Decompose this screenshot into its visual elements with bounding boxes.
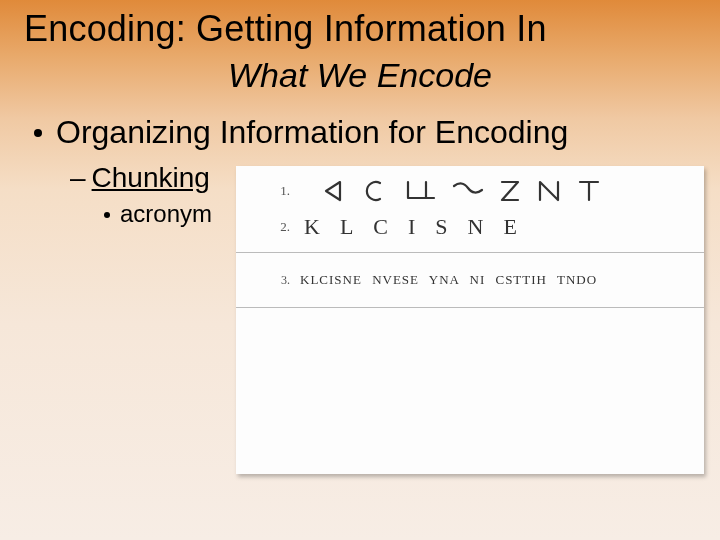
row-content: KLCISNE (300, 214, 704, 240)
row-glyphs (300, 178, 704, 204)
abstract-glyphs-icon (300, 178, 704, 204)
bullet-dot-icon (104, 212, 110, 218)
bullet-level-3: acronym (104, 200, 212, 228)
figure-top-section: 1. (236, 166, 704, 253)
row-number: 3. (236, 273, 300, 288)
chunking-figure: 1. (236, 166, 704, 474)
row-number: 1. (236, 183, 300, 199)
row-2-letters: KLCISNE (300, 214, 537, 240)
bullet-dot-icon (34, 129, 42, 137)
bullet-level-2-text: Chunking (92, 162, 210, 193)
row-number: 2. (236, 219, 300, 235)
dash-icon: – (70, 162, 86, 193)
bullet-level-2: –Chunking (70, 162, 210, 194)
bullet-level-1: Organizing Information for Encoding (34, 114, 568, 151)
row-3-text: KLCISNE NVESE YNA NI CSTTIH TNDO (300, 272, 597, 288)
slide-subtitle: What We Encode (0, 56, 720, 95)
bullet-level-3-text: acronym (120, 200, 212, 227)
figure-row-1: 1. (236, 178, 704, 204)
slide: Encoding: Getting Information In What We… (0, 0, 720, 540)
bullet-level-1-text: Organizing Information for Encoding (56, 114, 568, 150)
slide-title: Encoding: Getting Information In (24, 8, 547, 50)
figure-row-3: 3. KLCISNE NVESE YNA NI CSTTIH TNDO (236, 253, 704, 308)
figure-row-2: 2. KLCISNE (236, 214, 704, 240)
